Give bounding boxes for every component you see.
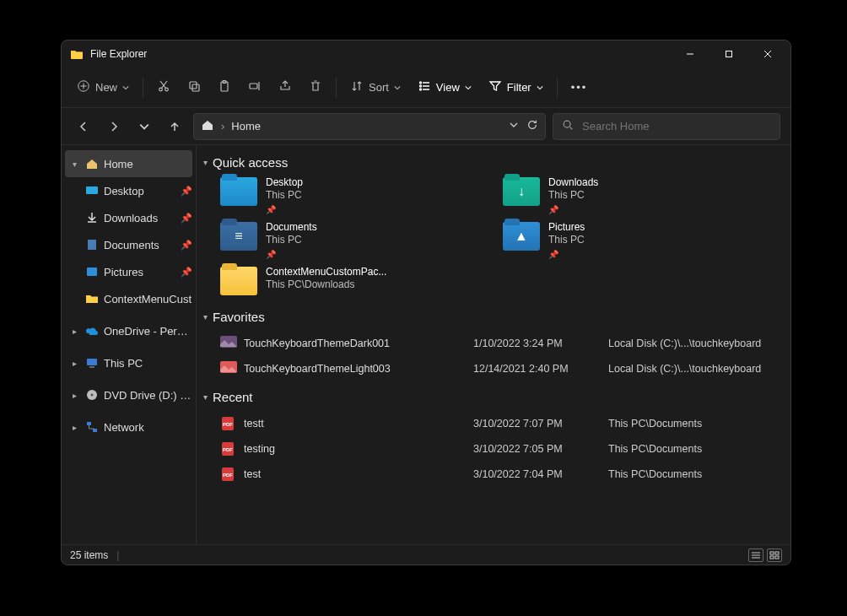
sidebar: ▾ Home Desktop 📌 Downloads 📌 Documents 📌 [62,145,197,544]
minimize-button[interactable] [671,41,709,68]
download-icon [85,211,99,224]
more-button[interactable]: ••• [563,73,596,103]
recent-row[interactable]: PDF test 3/10/2022 7:04 PM This PC\Docum… [220,462,777,487]
quick-access-item[interactable]: Desktop This PC 📌 [220,176,494,216]
view-button[interactable]: View [409,73,480,103]
item-sublabel: This PC [548,189,598,202]
favorites-row[interactable]: TouchKeyboardThemeLight003 12/14/2021 2:… [220,356,777,381]
section-quick-access[interactable]: ▾ Quick access [203,155,784,170]
svg-point-8 [165,88,169,91]
item-sublabel: This PC [266,189,303,202]
svg-rect-26 [88,240,96,250]
filter-button[interactable]: Filter [480,73,552,103]
chevron-down-icon [537,81,543,94]
chevron-down-icon: ▾ [203,158,208,167]
section-title: Favorites [213,310,265,324]
refresh-button[interactable] [526,119,538,133]
svg-text:PDF: PDF [223,447,233,452]
chevron-down-icon[interactable]: ▾ [68,159,80,169]
sidebar-item-pictures[interactable]: Pictures 📌 [62,258,196,285]
folder-icon: ↓ [503,176,540,207]
home-icon [201,118,214,134]
sidebar-item-label: Pictures [104,266,175,278]
sidebar-item-downloads[interactable]: Downloads 📌 [62,204,196,231]
svg-line-10 [160,81,166,89]
svg-point-7 [159,88,163,91]
toolbar: New Sort View Filter ••• [62,68,790,108]
close-button[interactable] [748,41,787,68]
nav-row: › Home [62,108,790,145]
item-name: ContextMenuCustomPac... [266,266,386,278]
paste-button[interactable] [209,73,240,103]
chevron-right-icon[interactable]: ▸ [68,391,80,400]
address-dropdown-button[interactable] [510,119,518,133]
chevron-down-icon: ▾ [203,392,208,402]
copy-button[interactable] [179,73,209,103]
chevron-right-icon[interactable]: ▸ [68,359,80,368]
item-name: TouchKeyboardThemeLight003 [244,363,473,375]
cut-button[interactable] [148,73,179,103]
pdf-file-icon: PDF [220,441,235,457]
sidebar-item-dvd[interactable]: ▸ DVD Drive (D:) CCCO [62,381,196,408]
folder-icon [85,292,99,305]
folder-icon: ≡ [220,221,257,251]
pdf-file-icon: PDF [220,416,235,431]
sidebar-item-documents[interactable]: Documents 📌 [62,231,196,258]
recent-locations-button[interactable] [132,115,156,138]
sidebar-item-network[interactable]: ▸ Network [62,413,196,440]
share-button[interactable] [270,73,300,103]
titlebar[interactable]: File Explorer [62,41,790,68]
sort-label: Sort [369,81,389,94]
search-input[interactable] [580,119,771,133]
item-location: This PC\Documents [608,468,777,480]
chevron-right-icon[interactable]: ▸ [68,327,80,336]
section-favorites[interactable]: ▾ Favorites [203,310,784,324]
quick-access-item[interactable]: ↓ Downloads This PC 📌 [503,176,777,216]
breadcrumb-location[interactable]: Home [231,120,261,132]
up-button[interactable] [163,115,186,138]
favorites-row[interactable]: TouchKeyboardThemeDark001 1/10/2022 3:24… [220,331,777,356]
sidebar-item-home[interactable]: ▾ Home [65,150,192,177]
delete-button[interactable] [300,73,331,103]
content-pane[interactable]: ▾ Quick access Desktop This PC 📌 ↓ Downl… [197,145,790,544]
search-box[interactable] [553,113,780,140]
svg-rect-48 [775,556,779,559]
section-recent[interactable]: ▾ Recent [203,390,784,404]
recent-row[interactable]: PDF testing 3/10/2022 7:05 PM This PC\Do… [220,436,777,462]
svg-rect-1 [726,51,732,57]
section-title: Recent [213,390,253,404]
copy-icon [187,79,201,95]
sidebar-item-thispc[interactable]: ▸ This PC [62,349,196,376]
sidebar-item-cmcp[interactable]: ContextMenuCust [62,285,196,312]
sort-button[interactable]: Sort [342,73,409,103]
quick-access-item[interactable]: ContextMenuCustomPac... This PC\Download… [220,266,494,296]
thumbnails-view-button[interactable] [767,548,782,562]
address-bar[interactable]: › Home [193,113,546,140]
plus-circle-icon [77,79,90,95]
chevron-right-icon[interactable]: ▸ [68,423,80,432]
back-button[interactable] [72,115,95,138]
quick-access-item[interactable]: ▲ Pictures This PC 📌 [503,221,777,261]
sidebar-item-onedrive[interactable]: ▸ OneDrive - Personal [62,317,196,344]
quick-access-item[interactable]: ≡ Documents This PC 📌 [220,221,494,261]
sidebar-item-label: Documents [104,239,175,251]
recent-row[interactable]: PDF testt 3/10/2022 7:07 PM This PC\Docu… [220,411,777,436]
forward-button[interactable] [102,115,126,138]
chevron-down-icon [122,81,129,94]
folder-icon [220,176,257,207]
separator: | [116,549,119,561]
sidebar-item-label: Home [104,158,189,170]
rename-icon [248,79,262,95]
item-name: TouchKeyboardThemeDark001 [244,338,473,349]
maximize-button[interactable] [709,41,748,68]
pin-icon: 📌 [181,240,192,251]
item-name: test [244,468,473,480]
item-sublabel: This PC [548,234,585,246]
item-name: Desktop [266,176,303,189]
chevron-right-icon: › [221,120,224,132]
details-view-button[interactable] [748,548,763,562]
rename-button[interactable] [240,73,270,103]
sidebar-item-desktop[interactable]: Desktop 📌 [62,177,196,204]
new-button[interactable]: New [68,73,138,103]
item-location: Local Disk (C:)\...\touchkeyboard [608,363,777,375]
